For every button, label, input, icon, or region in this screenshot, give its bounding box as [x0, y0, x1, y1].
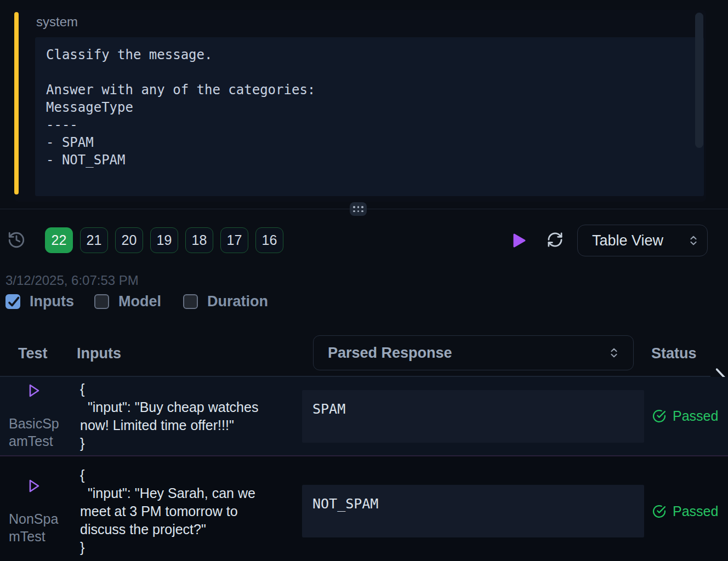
filter-label: Model	[118, 293, 161, 310]
check-circle-icon	[652, 505, 666, 518]
version-chip-17[interactable]: 17	[220, 227, 248, 253]
inputs-checkbox[interactable]	[5, 294, 20, 309]
test-cell: NonSpamTest	[9, 478, 80, 545]
version-chip-20[interactable]: 20	[115, 227, 143, 253]
message-role-label: system	[36, 14, 78, 30]
parsed-response-cell: SPAM	[302, 390, 644, 443]
chevrons-up-down-icon	[687, 234, 699, 247]
column-header-test: Test	[18, 345, 48, 362]
drag-handle[interactable]	[350, 202, 367, 216]
results-table-header: Test Inputs Parsed Response Status	[0, 334, 710, 377]
version-chip-16[interactable]: 16	[255, 227, 283, 253]
test-name: NonSpamTest	[9, 510, 64, 545]
system-message-card: system Classify the message. Answer with…	[14, 10, 706, 202]
refresh-button[interactable]	[547, 231, 564, 250]
results-table-body: BasicSpamTest { "input": "Buy cheap watc…	[0, 377, 728, 561]
filter-label: Duration	[207, 293, 268, 310]
play-outline-icon	[27, 478, 41, 494]
duration-checkbox[interactable]	[183, 294, 198, 309]
test-cell: BasicSpamTest	[9, 382, 80, 450]
model-checkbox[interactable]	[94, 294, 109, 309]
play-outline-icon	[27, 382, 41, 399]
parsed-response-value[interactable]: SPAM	[302, 390, 644, 443]
filter-toggle-duration[interactable]: Duration	[183, 293, 268, 310]
version-chip-18[interactable]: 18	[185, 227, 213, 253]
run-all-button[interactable]	[512, 232, 526, 250]
parsed-response-value[interactable]: NOT_SPAM	[302, 485, 644, 537]
history-icon[interactable]	[7, 231, 26, 249]
refresh-icon	[547, 231, 564, 248]
status-badge: Passed	[673, 503, 718, 519]
parsed-response-cell: NOT_SPAM	[302, 485, 644, 537]
check-icon	[7, 295, 20, 308]
test-name: BasicSpamTest	[9, 415, 64, 450]
status-badge: Passed	[673, 408, 718, 424]
system-prompt-editor[interactable]: Classify the message. Answer with any of…	[35, 37, 704, 196]
column-header-inputs: Inputs	[77, 345, 121, 362]
table-row: BasicSpamTest { "input": "Buy cheap watc…	[0, 377, 728, 456]
test-input-json: { "input": "Buy cheap watches now! Limit…	[80, 380, 283, 453]
filter-toggle-inputs[interactable]: Inputs	[5, 293, 74, 310]
play-icon	[512, 232, 526, 249]
column-header-status: Status	[651, 345, 697, 362]
system-role-color-bar	[14, 12, 19, 194]
version-chip-list: 22 21 20 19 18 17 16	[45, 227, 283, 253]
status-cell: Passed	[644, 503, 728, 519]
check-circle-icon	[652, 409, 666, 423]
drag-handle-dots	[353, 210, 363, 213]
run-timestamp: 3/12/2025, 6:07:53 PM	[5, 273, 139, 288]
table-row: NonSpamTest { "input": "Hey Sarah, can w…	[0, 456, 728, 561]
version-chip-19[interactable]: 19	[150, 227, 178, 253]
column-select-parsed-response[interactable]: Parsed Response	[313, 335, 634, 370]
test-input-json: { "input": "Hey Sarah, can we meet at 3 …	[80, 466, 283, 557]
scrollbar-thumb[interactable]	[695, 13, 703, 148]
view-mode-select[interactable]: Table View	[577, 225, 708, 256]
view-mode-value: Table View	[592, 232, 663, 249]
version-chip-22[interactable]: 22	[45, 227, 73, 253]
run-test-button[interactable]	[27, 382, 41, 400]
drag-handle-dots	[353, 206, 363, 208]
filter-label: Inputs	[30, 293, 74, 310]
chevrons-up-down-icon	[608, 347, 620, 359]
version-chip-21[interactable]: 21	[80, 227, 108, 253]
filter-toggle-model[interactable]: Model	[94, 293, 161, 310]
status-cell: Passed	[644, 408, 728, 424]
run-test-button[interactable]	[27, 478, 41, 496]
